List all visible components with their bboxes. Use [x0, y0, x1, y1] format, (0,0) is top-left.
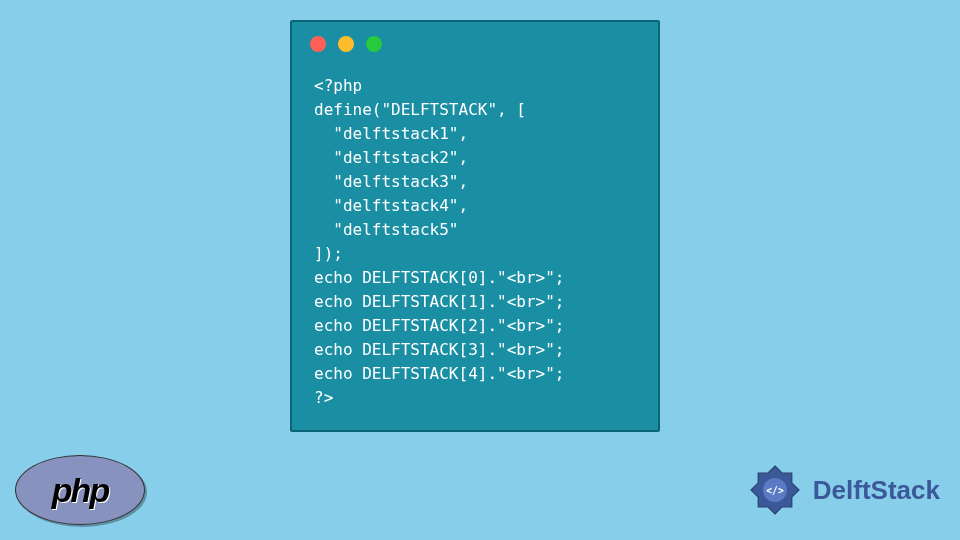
minimize-icon [338, 36, 354, 52]
code-window: <?php define("DELFTSTACK", [ "delftstack… [290, 20, 660, 432]
delftstack-logo: </> DelftStack [745, 460, 940, 520]
window-controls [292, 22, 658, 60]
svg-text:</>: </> [766, 485, 784, 496]
php-logo-text: php [52, 471, 108, 510]
code-content: <?php define("DELFTSTACK", [ "delftstack… [292, 60, 658, 410]
php-logo: php [15, 455, 145, 525]
delftstack-icon: </> [745, 460, 805, 520]
delftstack-text: DelftStack [813, 475, 940, 506]
close-icon [310, 36, 326, 52]
maximize-icon [366, 36, 382, 52]
